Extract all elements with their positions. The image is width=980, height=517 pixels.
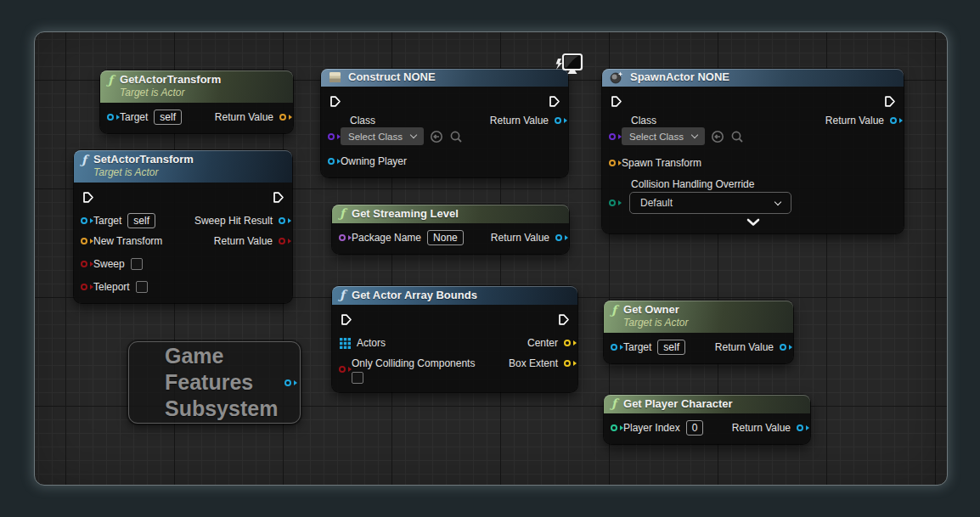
node-header[interactable]: ƒ Get Owner Target is Actor: [604, 301, 793, 333]
center-pin[interactable]: [564, 340, 571, 346]
browse-icon[interactable]: [730, 130, 744, 143]
exec-in-pin[interactable]: [340, 313, 352, 326]
exec-out-pin[interactable]: [548, 95, 560, 108]
sweep-pin[interactable]: [81, 261, 87, 267]
target-value-field[interactable]: self: [657, 340, 685, 355]
subsystem-node-label: Game Features Subsystem: [129, 343, 278, 422]
teleport-pin[interactable]: [81, 284, 87, 290]
return-value-pin[interactable]: [555, 234, 562, 241]
box-extent-label: Box Extent: [509, 357, 558, 369]
use-selected-icon[interactable]: [430, 130, 443, 143]
collision-handling-dropdown[interactable]: Default: [629, 192, 791, 214]
function-icon: ƒ: [611, 303, 617, 318]
exec-in-pin[interactable]: [329, 95, 341, 108]
blueprint-graph-panel[interactable]: ƒ GetActorTransform Target is Actor Targ…: [34, 31, 948, 486]
use-selected-icon[interactable]: [711, 130, 724, 143]
node-header[interactable]: ƒ Get Player Character: [604, 395, 810, 413]
node-title: GetActorTransform: [120, 73, 221, 87]
node-subtitle: Target is Actor: [93, 166, 194, 179]
owning-player-pin[interactable]: [328, 158, 335, 165]
return-value-pin[interactable]: [890, 117, 897, 124]
exec-out-pin[interactable]: [883, 95, 896, 108]
construct-icon: [329, 71, 341, 83]
function-icon: ƒ: [340, 288, 345, 302]
teleport-checkbox[interactable]: [136, 281, 148, 293]
target-pin[interactable]: [611, 344, 617, 351]
target-pin[interactable]: [81, 217, 87, 224]
class-pin[interactable]: [609, 133, 616, 140]
node-set-actor-transform[interactable]: ƒ SetActorTransform Target is Actor Targ…: [74, 150, 292, 303]
node-get-actor-transform[interactable]: ƒ GetActorTransform Target is Actor Targ…: [100, 70, 293, 133]
class-select-dropdown[interactable]: Select Class: [341, 127, 424, 145]
sweep-hit-result-pin[interactable]: [279, 217, 285, 224]
class-select-dropdown[interactable]: Select Class: [622, 127, 705, 145]
target-value-field[interactable]: self: [127, 213, 155, 228]
node-game-features-subsystem[interactable]: Game Features Subsystem: [128, 341, 301, 424]
return-value-pin[interactable]: [279, 114, 286, 121]
return-value-label: Return Value: [214, 235, 273, 247]
spawn-actor-icon: [610, 71, 623, 84]
package-name-label: Package Name: [352, 232, 421, 244]
node-title: Get Streaming Level: [352, 207, 459, 221]
return-value-pin[interactable]: [279, 238, 285, 244]
node-construct-object[interactable]: Construct NONE Class Return Value Select…: [321, 69, 568, 177]
target-label: Target: [623, 341, 651, 353]
player-index-label: Player Index: [623, 422, 680, 434]
browse-icon[interactable]: [449, 130, 463, 143]
class-label: Class: [350, 115, 375, 126]
exec-out-pin[interactable]: [272, 191, 284, 204]
class-pin[interactable]: [328, 133, 335, 140]
node-get-actor-array-bounds[interactable]: ƒ Get Actor Array Bounds Actors: [332, 286, 577, 392]
function-icon: ƒ: [108, 73, 113, 87]
exec-out-pin[interactable]: [557, 313, 570, 326]
node-header[interactable]: ƒ Get Actor Array Bounds: [332, 286, 577, 305]
actors-label: Actors: [357, 337, 386, 349]
collision-handling-label: Collision Handling Override: [631, 178, 754, 190]
player-index-field[interactable]: 0: [686, 420, 704, 436]
node-header[interactable]: SpawnActor NONE: [602, 69, 904, 87]
collision-handling-pin[interactable]: [609, 199, 616, 206]
exec-in-pin[interactable]: [82, 191, 94, 204]
target-label: Target: [120, 111, 148, 123]
subsystem-return-pin[interactable]: [284, 379, 291, 386]
class-label: Class: [631, 115, 656, 126]
target-value-field[interactable]: self: [154, 110, 182, 125]
node-subtitle: Target is Actor: [623, 317, 688, 329]
owning-player-label: Owning Player: [341, 155, 407, 167]
spawn-transform-label: Spawn Transform: [622, 157, 701, 169]
return-value-pin[interactable]: [780, 344, 786, 351]
function-icon: ƒ: [82, 153, 87, 167]
return-value-label: Return Value: [491, 232, 549, 244]
only-colliding-checkbox[interactable]: [352, 372, 363, 384]
new-transform-pin[interactable]: [81, 238, 87, 244]
node-header[interactable]: ƒ GetActorTransform Target is Actor: [100, 70, 293, 103]
return-value-label: Return Value: [732, 422, 791, 434]
sweep-hit-result-label: Sweep Hit Result: [194, 215, 273, 227]
spawn-transform-pin[interactable]: [609, 160, 616, 166]
teleport-label: Teleport: [93, 281, 130, 293]
return-value-pin[interactable]: [555, 117, 561, 124]
return-value-pin[interactable]: [797, 424, 803, 431]
node-spawn-actor[interactable]: SpawnActor NONE Class Return Value Selec…: [602, 69, 904, 233]
center-label: Center: [527, 337, 558, 349]
node-get-owner[interactable]: ƒ Get Owner Target is Actor Target self …: [604, 301, 793, 363]
sweep-checkbox[interactable]: [131, 258, 143, 270]
package-name-pin[interactable]: [339, 234, 346, 241]
node-get-player-character[interactable]: ƒ Get Player Character Player Index 0 Re…: [604, 395, 810, 444]
node-header[interactable]: ƒ Get Streaming Level: [332, 205, 569, 223]
new-transform-label: New Transform: [93, 235, 162, 247]
package-name-field[interactable]: None: [427, 230, 464, 245]
player-index-pin[interactable]: [611, 424, 617, 431]
node-get-streaming-level[interactable]: ƒ Get Streaming Level Package Name None …: [332, 205, 569, 254]
node-header[interactable]: Construct NONE: [321, 69, 568, 87]
exec-in-pin[interactable]: [610, 95, 622, 108]
only-colliding-pin[interactable]: [339, 366, 346, 373]
node-header[interactable]: ƒ SetActorTransform Target is Actor: [74, 150, 292, 183]
node-subtitle: Target is Actor: [120, 87, 221, 99]
node-title: Get Player Character: [623, 397, 733, 411]
actors-array-pin[interactable]: [340, 338, 351, 349]
target-pin[interactable]: [107, 114, 114, 121]
expand-node-button[interactable]: [602, 216, 904, 228]
box-extent-pin[interactable]: [564, 360, 571, 367]
mouse-cursor-monitor-icon: [552, 51, 584, 85]
